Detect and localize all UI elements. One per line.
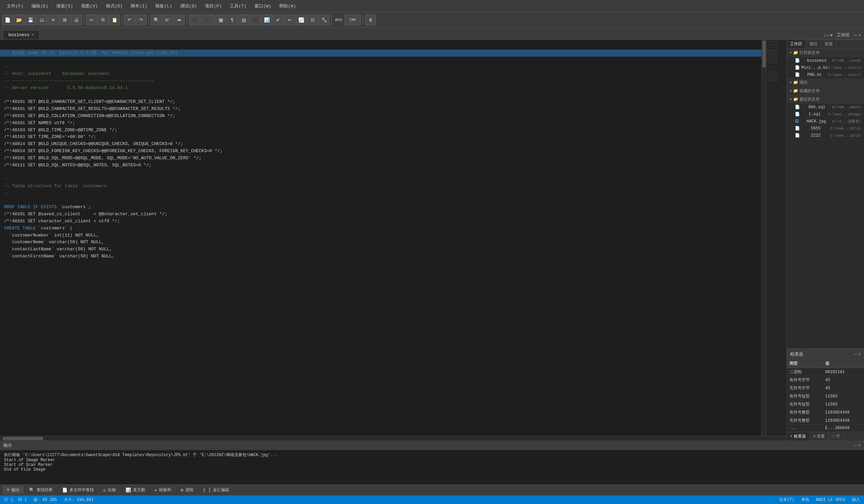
menu-edit[interactable]: 编辑(E)	[27, 2, 52, 11]
bottom-tab-findresults[interactable]: 🔍 查找结果	[25, 486, 57, 494]
save-all-button[interactable]: 🗂	[36, 14, 47, 25]
cut-button[interactable]: ✂	[86, 14, 97, 25]
open-file-pngbt[interactable]: 📄 PNG.bt C:\Use...itory\	[787, 71, 864, 78]
open-files-header[interactable]: ▾ 📁 打开的文件	[787, 49, 864, 57]
bottom-tab-multifind[interactable]: 📄 多文件中查找	[58, 486, 98, 494]
file-name-business: business	[807, 58, 827, 63]
menu-script[interactable]: 脚本(I)	[127, 2, 151, 11]
bottom-tab-disasm[interactable]: { } 反汇编器	[199, 486, 233, 494]
inspector-value-unsigned-int: 1293954349	[823, 417, 864, 425]
file-path-business: D:\VM...cted\	[832, 59, 861, 63]
inspector-tab-variables[interactable]: ≡ 变量	[810, 432, 829, 441]
new-button[interactable]: 📄	[2, 14, 13, 25]
favorites-header[interactable]: ▾ 📁 收藏的文件	[787, 87, 864, 95]
recent-file-666[interactable]: 📄 666.sql D:\VM...hare\	[787, 103, 864, 111]
goto-button[interactable]: ➡	[174, 14, 184, 25]
open-file-minibt[interactable]: 📄 Mini...p.bt C:\Use...itory\	[787, 64, 864, 71]
redo-button[interactable]: ↷	[136, 14, 146, 25]
recent-file-2222[interactable]: 📄 2222 C:\Use...31\3\	[787, 132, 864, 139]
menu-window[interactable]: 窗口(W)	[250, 2, 275, 11]
ws-tab-workspace[interactable]: 工作区	[787, 40, 806, 48]
menu-format[interactable]: 格式(O)	[102, 2, 127, 11]
menu-tools[interactable]: 工具(T)	[226, 2, 250, 11]
ws-tab-resources[interactable]: 资源	[821, 40, 836, 48]
disasm-tab-icon: { }	[203, 488, 211, 493]
inspector-tab-other[interactable]: □ 可	[829, 432, 843, 441]
favorites-folder-icon: 📁	[793, 88, 798, 94]
find-button[interactable]: 🔍	[151, 14, 162, 25]
status-position: 行 1, 列 1	[4, 497, 27, 503]
inspector-tab-inspector[interactable]: ⚡ 检查器	[787, 432, 810, 441]
file-path-pngbt: C:\Use...itory\	[828, 73, 861, 77]
menu-file[interactable]: 文件(F)	[3, 2, 27, 11]
separator-1	[84, 15, 84, 25]
recent-files-header[interactable]: ▾ 📁 最近的文件	[787, 95, 864, 103]
recent-files-label: 最近的文件	[800, 97, 820, 102]
tab-nav-dropdown[interactable]: ▾	[830, 33, 832, 38]
output-close-btn[interactable]: ×	[858, 443, 861, 448]
editor-hscroll[interactable]	[0, 436, 787, 441]
menu-debug[interactable]: 调试(D)	[176, 2, 201, 11]
bottom-tab-process[interactable]: ⚙ 进程	[177, 486, 197, 494]
select-all-button[interactable]: ⬛	[189, 14, 200, 25]
open-button[interactable]: 📂	[13, 14, 24, 25]
close-file-button[interactable]: ✕	[48, 14, 59, 25]
file-name-hackjpg: HACK.jpg	[807, 119, 826, 124]
print-button[interactable]: 🖨	[71, 14, 82, 25]
menu-project[interactable]: 项目(P)	[201, 2, 226, 11]
close-all-button[interactable]: ⊠	[59, 14, 70, 25]
chart-button[interactable]: 📊	[261, 14, 272, 25]
b4[interactable]: ⚖	[307, 14, 318, 25]
find-replace-button[interactable]: A⁺	[162, 14, 173, 25]
text-view-button[interactable]: ¶	[227, 14, 238, 25]
output-pin-btn[interactable]: ─	[854, 443, 857, 448]
editor-row: -- MySQL dump 10.13 Distrib 5.5.50, for …	[0, 40, 787, 436]
file-path-minibt: C:\Use...itory\	[828, 66, 861, 70]
status-line-ending: ANSI LF SPC4	[816, 497, 845, 502]
copy-button[interactable]: ⧉	[97, 14, 108, 25]
separator-6	[363, 15, 363, 25]
save-button[interactable]: 💾	[25, 14, 36, 25]
separator-3	[148, 15, 149, 25]
project-header[interactable]: ▾ 📁 项目	[787, 78, 864, 87]
hex-toggle-button[interactable]: ⬛	[201, 14, 215, 25]
split-view-button[interactable]: ▤	[238, 14, 249, 25]
bottom-tab-compare[interactable]: ⚖ 比较	[99, 486, 120, 494]
file-path-2222: C:\Use...31\3\	[830, 134, 861, 138]
editor-content[interactable]: -- MySQL dump 10.13 Distrib 5.5.50, for …	[0, 40, 766, 436]
workspace-pin[interactable]: ×	[859, 33, 861, 38]
recent-file-1sql[interactable]: 📄 1.sql C:\Use...sktop\	[787, 111, 864, 118]
open-file-business[interactable]: 📄 business D:\VM...cted\	[787, 57, 864, 64]
paste-button[interactable]: 📋	[109, 14, 120, 25]
bottom-tab-output[interactable]: ≡ 输出	[3, 486, 24, 494]
menu-help[interactable]: 帮助(H)	[275, 2, 300, 11]
tab-nav-forward[interactable]: ›	[827, 33, 829, 38]
tab-label: business	[9, 33, 29, 37]
pause-button[interactable]: ⏸	[365, 14, 376, 25]
tab-business[interactable]: business ×	[3, 30, 40, 39]
bottom-tab-checksum[interactable]: ✔ 校验和	[151, 486, 176, 494]
recent-file-hackjpg[interactable]: 🖼 HACK.jpg E:\2...流量包\	[787, 118, 864, 125]
workspace-close[interactable]: ─	[854, 33, 857, 38]
columns-button[interactable]: ⬛	[250, 14, 261, 25]
editor-scrollbar[interactable]	[761, 40, 766, 436]
recent-file-5555[interactable]: 📄 5555 C:\Use...31\3\	[787, 125, 864, 132]
hex-view-button[interactable]: ▦	[215, 14, 226, 25]
tab-nav-back[interactable]: ‹	[825, 33, 826, 38]
inspector-tabs: ⚡ 检查器 ≡ 变量 □ 可	[787, 432, 864, 441]
menu-template[interactable]: 模板(L)	[151, 2, 176, 11]
inspector-pin-btn[interactable]: ─	[854, 352, 857, 357]
b1[interactable]: ✔	[273, 14, 284, 25]
number-btn[interactable]: 19▾	[345, 14, 361, 25]
ws-tab-project[interactable]: 项目	[806, 40, 821, 48]
inspector-close-btn[interactable]: ×	[858, 352, 861, 357]
file-icon-pngbt: 📄	[795, 72, 800, 77]
b5[interactable]: 🔧	[319, 14, 329, 25]
bottom-tab-histogram[interactable]: 📊 直方图	[121, 486, 149, 494]
undo-button[interactable]: ↶	[124, 14, 135, 25]
b3[interactable]: 📈	[296, 14, 307, 25]
b2[interactable]: ↩	[284, 14, 295, 25]
menu-view[interactable]: 视图(V)	[77, 2, 101, 11]
menu-search[interactable]: 搜索(S)	[52, 2, 77, 11]
tab-close-button[interactable]: ×	[32, 33, 34, 37]
